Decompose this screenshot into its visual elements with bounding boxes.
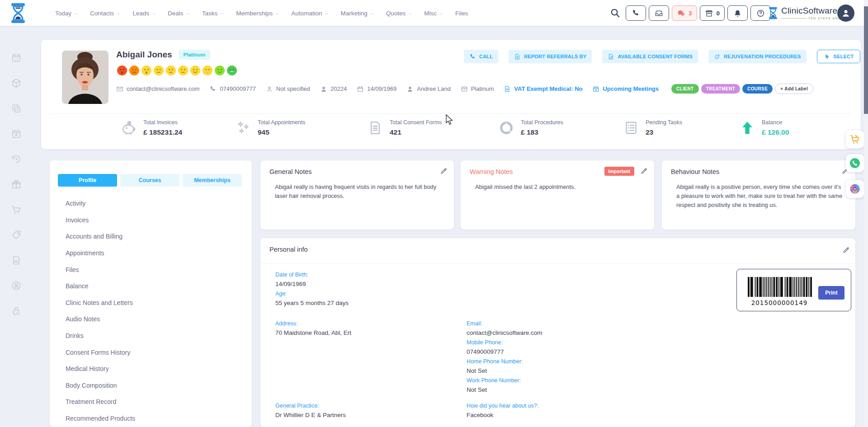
edit-pencil-icon[interactable] — [440, 167, 448, 175]
copy-icon[interactable] — [11, 103, 22, 114]
phone-button[interactable] — [626, 5, 646, 21]
tab-memberships[interactable]: Memberships — [183, 174, 242, 187]
tab-courses[interactable]: Courses — [120, 174, 179, 187]
profile-sidebar-card: ProfileCoursesMemberships ActivityInvoic… — [50, 160, 252, 427]
print-barcode-button[interactable]: Print — [818, 286, 844, 300]
note-title: Behaviour Notes — [671, 168, 719, 175]
tier-badge: Platinum — [179, 50, 211, 60]
select-button[interactable]: SELECT — [817, 50, 861, 63]
chat-button[interactable]: 3 — [672, 5, 697, 21]
mood-emoji-1-icon[interactable] — [117, 65, 127, 76]
lock-icon[interactable] — [11, 305, 22, 316]
search-icon[interactable] — [610, 8, 620, 18]
floating-cart-button[interactable] — [846, 130, 864, 148]
warning-notes-card: Warning NotesImportantAbigail missed the… — [461, 160, 654, 230]
mood-emoji-2-icon[interactable] — [129, 65, 140, 76]
stat-balance: Balance £ 126.00 — [739, 119, 789, 136]
edit-pencil-icon[interactable] — [842, 246, 850, 254]
nav-item-today[interactable]: Today — [55, 10, 79, 17]
mood-emoji-7-icon[interactable] — [190, 65, 201, 76]
label-pill-treatment[interactable]: TREATMENT — [701, 84, 741, 94]
sidebar-item-balance[interactable]: Balance — [66, 278, 135, 295]
sidebar-item-accounts-and-billing[interactable]: Accounts and Billing — [66, 228, 135, 245]
sidebar-item-clinic-notes-and-letters[interactable]: Clinic Notes and Letters — [66, 295, 135, 311]
person-icon — [841, 8, 851, 18]
label-pill-course[interactable]: COURSE — [742, 84, 773, 94]
nav-item-marketing[interactable]: Marketing — [340, 10, 374, 17]
svg-text:AI: AI — [854, 188, 856, 190]
stat-label: Total Appointments — [258, 119, 306, 126]
nav-item-deals[interactable]: Deals — [168, 10, 191, 17]
client-name: Abigail Jones — [116, 50, 172, 60]
contact-item-20224: 20224 — [320, 85, 347, 93]
gift-icon[interactable] — [11, 179, 22, 190]
sidebar-item-recommended-products[interactable]: Recommended Products — [66, 410, 135, 427]
notifications-button[interactable] — [727, 5, 748, 21]
sidebar-item-treatment-record[interactable]: Treatment Record — [66, 394, 135, 410]
calendar-import-icon[interactable] — [11, 128, 22, 139]
sidebar-item-invoices[interactable]: Invoices — [66, 212, 135, 229]
inbox-button[interactable] — [649, 5, 669, 21]
dob-age-fields: Date of Birth:14/09/1969Age:55 years 5 m… — [275, 272, 349, 310]
contact-item-vat-exempt-medical-no[interactable]: VAT Exempt Medical: No — [504, 85, 582, 93]
nav-item-quotes[interactable]: Quotes — [386, 10, 413, 17]
nav-item-contacts[interactable]: Contacts — [90, 10, 121, 17]
mood-emoji-10-icon[interactable] — [226, 65, 237, 76]
note-body: Abigail really is having frequent visits… — [275, 183, 443, 201]
history-icon[interactable] — [11, 154, 22, 164]
price-tag-icon[interactable] — [11, 230, 22, 240]
contact-item-platinum: Platinum — [461, 85, 494, 93]
edit-pencil-icon[interactable] — [640, 167, 648, 175]
sidebar-tabs: ProfileCoursesMemberships — [58, 174, 242, 187]
sidebar-item-body-composition[interactable]: Body Composition — [66, 377, 135, 394]
mood-emoji-9-icon[interactable] — [214, 65, 225, 76]
nav-item-tasks[interactable]: Tasks — [202, 10, 225, 17]
nav-item-files[interactable]: Files — [455, 10, 468, 17]
sidebar-item-medical-history[interactable]: Medical History — [66, 361, 135, 377]
add-label-button[interactable]: + Add Label — [775, 84, 813, 94]
sidebar-item-files[interactable]: Files — [66, 261, 135, 278]
mood-emoji-4-icon[interactable] — [153, 65, 164, 76]
rejuvenation-procedures-button[interactable]: REJUVENATION PROCEDURES — [708, 50, 807, 63]
contact-item-upcoming-meetings[interactable]: Upcoming Meetings — [592, 85, 659, 93]
available-consent-forms-button[interactable]: AVAILABLE CONSENT FORMS — [602, 50, 698, 63]
client-photo[interactable] — [62, 51, 108, 104]
report-chart-icon[interactable] — [11, 255, 22, 266]
app-logo-hourglass-icon[interactable] — [9, 3, 27, 23]
mood-emoji-5-icon[interactable] — [165, 65, 176, 76]
nav-item-memberships[interactable]: Memberships — [236, 10, 280, 17]
divider — [50, 113, 852, 114]
mood-emoji-8-icon[interactable] — [202, 65, 213, 76]
label-pill-client[interactable]: CLIENT — [671, 84, 699, 94]
brand-logo[interactable]: ClinicSoftware.com TEN STEPS AHEAD — [768, 5, 846, 21]
nav-item-automation[interactable]: Automation — [291, 10, 329, 17]
sidebar-item-audio-notes[interactable]: Audio Notes — [66, 311, 135, 328]
mood-emoji-3-icon[interactable] — [141, 65, 152, 76]
sidebar-item-appointments[interactable]: Appointments — [66, 245, 135, 262]
donut-icon — [498, 120, 514, 136]
sidebar-item-drinks[interactable]: Drinks — [66, 328, 135, 344]
phone-icon — [632, 9, 640, 18]
arrow-up-icon — [739, 120, 755, 136]
nav-item-leads[interactable]: Leads — [132, 10, 156, 17]
nav-item-misc[interactable]: Misc — [424, 10, 444, 17]
account-sync-icon[interactable] — [11, 280, 22, 291]
contact-item-07490009777: 07490009777 — [209, 85, 256, 93]
cart-icon[interactable] — [11, 204, 22, 215]
package-icon[interactable] — [11, 78, 22, 89]
person-solid-icon — [320, 85, 327, 93]
tab-profile[interactable]: Profile — [58, 174, 117, 187]
main-nav: TodayContactsLeadsDealsTasksMembershipsA… — [55, 0, 468, 26]
report-referrals-by-button[interactable]: REPORT REFERRALS BY — [509, 50, 592, 63]
store-button[interactable]: 0 — [700, 5, 725, 21]
field-value-home: Not Set — [467, 367, 542, 375]
call-button[interactable]: CALL — [464, 50, 498, 63]
floating-call-button[interactable] — [846, 154, 864, 172]
mood-emoji-6-icon[interactable] — [178, 65, 189, 76]
scrollbar-thumb[interactable] — [864, 6, 868, 114]
user-avatar[interactable] — [837, 5, 854, 22]
floating-ai-assistant-button[interactable]: AI — [846, 180, 864, 198]
sidebar-item-activity[interactable]: Activity — [66, 195, 135, 212]
sidebar-item-consent-forms-history[interactable]: Consent Forms History — [66, 344, 135, 361]
calendar-date-icon[interactable]: 12 — [11, 52, 22, 63]
